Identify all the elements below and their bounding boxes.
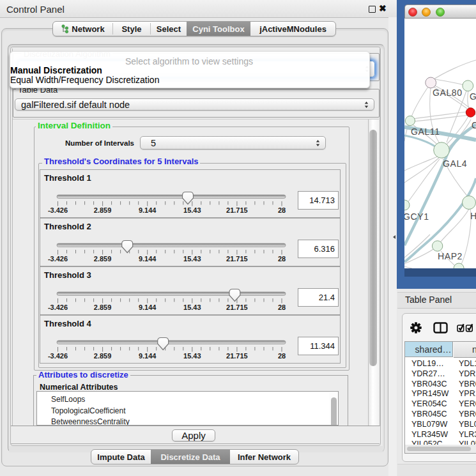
svg-text:2.859: 2.859 (94, 352, 112, 360)
svg-text:21.715: 21.715 (226, 303, 248, 311)
svg-text:2.859: 2.859 (94, 206, 112, 214)
svg-text:9.144: 9.144 (139, 255, 157, 263)
svg-text:9.144: 9.144 (139, 206, 157, 214)
svg-text:15.43: 15.43 (183, 206, 201, 214)
svg-text:H: H (470, 211, 476, 221)
svg-text:-3.426: -3.426 (48, 255, 68, 263)
svg-text:GAL4: GAL4 (443, 158, 467, 169)
svg-text:28: 28 (278, 206, 286, 214)
svg-text:21.715: 21.715 (226, 206, 248, 214)
svg-text:C: C (472, 120, 476, 130)
svg-text:21.715: 21.715 (226, 255, 248, 263)
svg-text:HAP2: HAP2 (438, 251, 463, 261)
svg-text:15.43: 15.43 (183, 303, 201, 311)
svg-text:-3.426: -3.426 (48, 206, 68, 214)
svg-text:-3.426: -3.426 (48, 303, 68, 311)
svg-text:15.43: 15.43 (183, 352, 201, 360)
svg-text:2.859: 2.859 (94, 255, 112, 263)
svg-text:2.859: 2.859 (94, 303, 112, 311)
svg-text:28: 28 (278, 352, 286, 360)
svg-text:9.144: 9.144 (139, 303, 157, 311)
svg-text:GAL11: GAL11 (411, 127, 440, 137)
svg-text:GCY1: GCY1 (404, 211, 429, 222)
svg-text:21.715: 21.715 (226, 352, 248, 360)
svg-text:15.43: 15.43 (183, 255, 201, 263)
svg-text:9.144: 9.144 (139, 352, 157, 360)
svg-text:GA: GA (470, 91, 476, 102)
svg-text:28: 28 (278, 303, 286, 311)
svg-text:28: 28 (278, 255, 286, 263)
svg-text:-3.426: -3.426 (48, 352, 68, 360)
svg-text:GAL80: GAL80 (433, 88, 463, 98)
